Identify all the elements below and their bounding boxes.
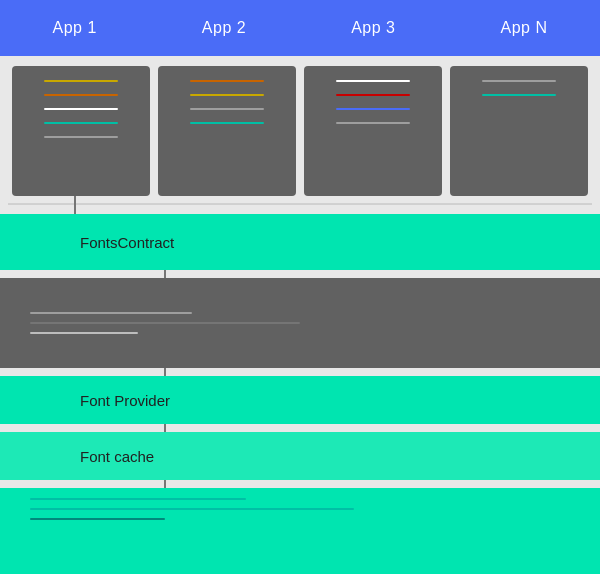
app-box-2 xyxy=(158,66,296,196)
line-1a xyxy=(44,80,117,82)
bottom-teal-block xyxy=(0,488,600,574)
line-2d xyxy=(190,122,263,124)
bottom-line-2 xyxy=(30,508,354,510)
mid-line-1 xyxy=(30,312,192,314)
app-box-n xyxy=(450,66,588,196)
line-2a xyxy=(190,80,263,82)
app-box-3 xyxy=(304,66,442,196)
fonts-contract-block: FontsContract xyxy=(0,214,600,270)
app-bar-item-2[interactable]: App 2 xyxy=(202,19,246,37)
line-1e xyxy=(44,136,117,138)
line-3c xyxy=(336,108,409,110)
line-3a xyxy=(336,80,409,82)
line-1d xyxy=(44,122,117,124)
app-bar-item-n[interactable]: App N xyxy=(500,19,547,37)
bottom-line-1 xyxy=(30,498,246,500)
line-1c xyxy=(44,108,117,110)
line-na xyxy=(482,80,555,82)
line-2b xyxy=(190,94,263,96)
font-provider-label: Font Provider xyxy=(80,392,170,409)
middle-gray-block xyxy=(0,278,600,368)
app-box-1 xyxy=(12,66,150,196)
line-nb xyxy=(482,94,555,96)
app-bar-item-3[interactable]: App 3 xyxy=(351,19,395,37)
mid-line-3 xyxy=(30,332,138,334)
app-bar-item-1[interactable]: App 1 xyxy=(53,19,97,37)
apps-row xyxy=(0,66,600,196)
line-2c xyxy=(190,108,263,110)
diagram: FontsContract Font Provider Font cache xyxy=(0,56,600,574)
font-cache-block: Font cache xyxy=(0,432,600,480)
font-cache-label: Font cache xyxy=(80,448,154,465)
bottom-line-3 xyxy=(30,518,165,520)
line-1b xyxy=(44,94,117,96)
mid-line-2 xyxy=(30,322,300,324)
fonts-contract-label: FontsContract xyxy=(80,234,174,251)
app-bar: App 1 App 2 App 3 App N xyxy=(0,0,600,56)
line-3d xyxy=(336,122,409,124)
font-provider-block: Font Provider xyxy=(0,376,600,424)
line-3b xyxy=(336,94,409,96)
